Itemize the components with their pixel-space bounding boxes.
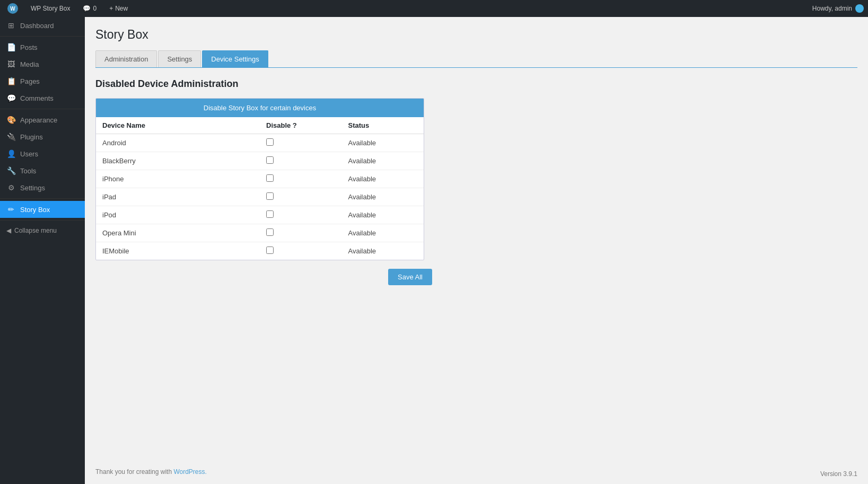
- table-row: BlackBerry Available: [96, 152, 424, 170]
- sidebar-item-posts[interactable]: 📄 Posts: [0, 39, 85, 56]
- sidebar-item-label-settings: Settings: [20, 184, 45, 192]
- sidebar-item-label-dashboard: Dashboard: [20, 22, 54, 30]
- tab-content: Disabled Device Administration Disable S…: [95, 68, 857, 285]
- comments-count: 0: [93, 5, 97, 12]
- table-row: IEMobile Available: [96, 242, 424, 260]
- device-table-body: Android Available BlackBerry Available i…: [96, 134, 424, 260]
- col-device-name: Device Name: [96, 117, 260, 134]
- menu-separator-4: [0, 220, 85, 221]
- disable-checkbox-android[interactable]: [266, 138, 274, 146]
- site-name-link[interactable]: WP Story Box: [28, 0, 73, 17]
- disable-checkbox-opera mini[interactable]: [266, 228, 274, 236]
- device-name-cell: Android: [96, 134, 260, 152]
- sidebar-item-label-story-box: Story Box: [20, 206, 50, 214]
- device-name-cell: iPhone: [96, 170, 260, 188]
- tab-settings[interactable]: Settings: [158, 50, 201, 67]
- sidebar-item-label-pages: Pages: [20, 77, 40, 85]
- disable-cell: [260, 224, 342, 242]
- user-info: Howdy, admin: [812, 4, 864, 13]
- menu-separator-2: [0, 109, 85, 109]
- menu-separator-3: [0, 198, 85, 199]
- disable-checkbox-iphone[interactable]: [266, 174, 274, 182]
- device-table-container: Disable Story Box for certain devices De…: [95, 98, 424, 260]
- sidebar-item-users[interactable]: 👤 Users: [0, 145, 85, 162]
- device-name-cell: Opera Mini: [96, 224, 260, 242]
- disable-cell: [260, 170, 342, 188]
- users-icon: 👤: [6, 149, 16, 158]
- section-title: Disabled Device Administration: [95, 78, 857, 90]
- device-name-cell: IEMobile: [96, 242, 260, 260]
- sidebar-item-plugins[interactable]: 🔌 Plugins: [0, 128, 85, 145]
- nav-tabs: Administration Settings Device Settings: [95, 50, 857, 68]
- site-name-text: WP Story Box: [31, 5, 70, 12]
- sidebar-item-settings[interactable]: ⚙ Settings: [0, 179, 85, 196]
- page-title: Story Box: [95, 28, 857, 42]
- main-content: Story Box Administration Settings Device…: [85, 17, 868, 484]
- device-name-cell: iPod: [96, 206, 260, 224]
- plus-icon: +: [109, 5, 113, 12]
- sidebar-item-appearance[interactable]: 🎨 Appearance: [0, 111, 85, 128]
- sidebar-item-media[interactable]: 🖼 Media: [0, 56, 85, 73]
- wp-logo[interactable]: W: [4, 0, 21, 17]
- disable-cell: [260, 134, 342, 152]
- media-icon: 🖼: [6, 60, 16, 68]
- tools-icon: 🔧: [6, 166, 16, 175]
- col-status: Status: [342, 117, 424, 134]
- wp-logo-icon: W: [7, 3, 18, 14]
- new-content-link[interactable]: + New: [106, 0, 131, 17]
- sidebar-item-comments[interactable]: 💬 Comments: [0, 90, 85, 107]
- device-name-cell: iPad: [96, 188, 260, 206]
- sidebar-item-label-comments: Comments: [20, 94, 54, 102]
- table-row: iPod Available: [96, 206, 424, 224]
- table-row: iPhone Available: [96, 170, 424, 188]
- tab-administration[interactable]: Administration: [95, 50, 157, 67]
- disable-checkbox-iemobile[interactable]: [266, 247, 274, 254]
- sidebar-item-label-appearance: Appearance: [20, 116, 57, 124]
- plugins-icon: 🔌: [6, 133, 16, 141]
- footer-text: Thank you for creating with: [95, 468, 173, 476]
- tab-device-settings[interactable]: Device Settings: [202, 50, 268, 67]
- table-row: Android Available: [96, 134, 424, 152]
- sidebar-item-pages[interactable]: 📋 Pages: [0, 73, 85, 90]
- dashboard-icon: ⊞: [6, 21, 16, 30]
- comments-link[interactable]: 💬 0: [80, 0, 100, 17]
- pages-icon: 📋: [6, 77, 16, 85]
- howdy-text: Howdy, admin: [812, 5, 852, 12]
- sidebar-item-story-box[interactable]: ✏ Story Box: [0, 201, 85, 218]
- table-row: iPad Available: [96, 188, 424, 206]
- sidebar-item-tools[interactable]: 🔧 Tools: [0, 162, 85, 179]
- disable-checkbox-blackberry[interactable]: [266, 156, 274, 164]
- collapse-label: Collapse menu: [14, 227, 57, 234]
- admin-footer: Thank you for creating with WordPress.: [95, 460, 857, 484]
- status-cell: Available: [342, 170, 424, 188]
- sidebar-item-dashboard[interactable]: ⊞ Dashboard: [0, 17, 85, 34]
- sidebar-item-label-media: Media: [20, 60, 39, 68]
- disable-checkbox-ipad[interactable]: [266, 192, 274, 200]
- settings-icon: ⚙: [6, 183, 16, 192]
- save-all-button[interactable]: Save All: [388, 269, 432, 285]
- wordpress-link[interactable]: WordPress.: [173, 468, 206, 476]
- collapse-menu[interactable]: ◀ Collapse menu: [0, 223, 85, 239]
- sidebar-item-label-plugins: Plugins: [20, 133, 43, 141]
- table-header-bar: Disable Story Box for certain devices: [96, 99, 424, 117]
- status-cell: Available: [342, 152, 424, 170]
- posts-icon: 📄: [6, 43, 16, 51]
- story-box-icon: ✏: [6, 205, 16, 214]
- new-label: New: [115, 5, 128, 12]
- table-row: Opera Mini Available: [96, 224, 424, 242]
- status-cell: Available: [342, 224, 424, 242]
- collapse-icon: ◀: [6, 227, 11, 234]
- status-cell: Available: [342, 206, 424, 224]
- device-table: Device Name Disable ? Status Android Ava…: [96, 117, 424, 260]
- disable-checkbox-ipod[interactable]: [266, 210, 274, 218]
- col-disable: Disable ?: [260, 117, 342, 134]
- sidebar-item-label-posts: Posts: [20, 43, 38, 51]
- avatar: [855, 4, 864, 13]
- sidebar-item-label-users: Users: [20, 150, 38, 158]
- menu-separator-1: [0, 36, 85, 37]
- sidebar: ⊞ Dashboard 📄 Posts 🖼 Media 📋 Pages 💬 Co…: [0, 17, 85, 484]
- disable-cell: [260, 242, 342, 260]
- admin-bar: W WP Story Box 💬 0 + New Howdy, admin: [0, 0, 868, 17]
- disable-cell: [260, 188, 342, 206]
- disable-cell: [260, 152, 342, 170]
